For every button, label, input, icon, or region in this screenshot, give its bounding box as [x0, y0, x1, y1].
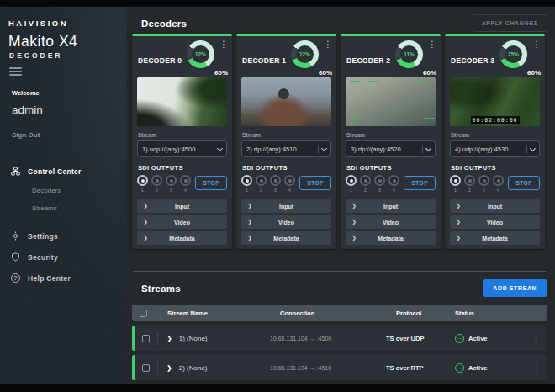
stream-select-value: 4) udp://(any):4530 [455, 146, 525, 153]
sidebar-item-label: Security [28, 253, 58, 262]
sdi-output-toggle-3[interactable]: 3 [478, 175, 489, 193]
stop-button[interactable]: STOP [508, 176, 540, 190]
row-checkbox[interactable] [142, 335, 150, 342]
stream-select[interactable]: 3) rtp://(any):4520 [346, 140, 436, 157]
chevron-right-icon: ❯ [352, 235, 357, 241]
kebab-menu-icon[interactable]: ⋮ [532, 363, 547, 372]
kebab-menu-icon[interactable]: ⋮ [428, 40, 436, 49]
kebab-menu-icon[interactable]: ⋮ [532, 334, 547, 342]
apply-changes-button[interactable]: APPLY CHANGES [473, 14, 547, 32]
decoder-name: DECODER 0 [138, 56, 182, 65]
sdi-output-toggle-1[interactable]: 1 [137, 175, 148, 193]
buffer-percentage: 60% [319, 69, 332, 77]
kebab-menu-icon[interactable]: ⋮ [532, 40, 541, 49]
decoder-card-2: DECODER 2 ⋮ 11% 60% Stream 3) rtp://(any… [341, 34, 441, 249]
chevron-down-icon [530, 145, 536, 151]
chevron-right-icon: ❯ [456, 219, 461, 225]
column-protocol: Protocol [386, 310, 455, 317]
buffer-percentage: 60% [527, 69, 541, 77]
sdi-output-toggle-2[interactable]: 2 [256, 175, 267, 193]
sdi-outputs-label: SDI OUTPUTS [451, 164, 540, 172]
video-preview: 00:02:00:00 [450, 77, 540, 126]
stream-select[interactable]: 4) udp://(any):4530 [450, 140, 540, 157]
sidebar-item-control-center[interactable]: Control Center [0, 161, 126, 182]
sidebar-item-decoders[interactable]: Decoders [0, 182, 126, 199]
status-badge: Active [468, 364, 488, 372]
add-stream-button[interactable]: ADD STREAM [483, 279, 547, 297]
shield-icon [11, 252, 20, 262]
input-accordion[interactable]: ❯Input [241, 199, 331, 213]
load-gauge: 12% [291, 40, 319, 68]
load-gauge: 11% [395, 40, 423, 68]
help-icon: ? [11, 273, 20, 283]
stream-select[interactable]: 2) rtp://(any):4510 [241, 140, 331, 157]
sdi-output-toggle-1[interactable]: 1 [241, 175, 252, 193]
sdi-output-toggle-2[interactable]: 2 [151, 175, 162, 193]
kebab-menu-icon[interactable]: ⋮ [324, 40, 332, 49]
stop-button[interactable]: STOP [299, 176, 331, 190]
buffer-percentage: 60% [214, 69, 228, 77]
load-percentage: 12% [187, 40, 214, 68]
sdi-outputs-label: SDI OUTPUTS [138, 164, 227, 172]
sdi-output-toggle-3[interactable]: 3 [374, 175, 385, 193]
video-accordion[interactable]: ❯Video [450, 215, 540, 229]
expand-chevron-icon[interactable]: ❯ [166, 335, 172, 342]
sidebar: HAIVISION Makito X4 DECODER Welcome admi… [0, 7, 126, 384]
kebab-menu-icon[interactable]: ⋮ [219, 40, 228, 49]
chevron-right-icon: ❯ [143, 203, 148, 209]
status-badge: Active [468, 335, 488, 342]
product-name: Makito X4 [8, 33, 126, 50]
chevron-right-icon: ❯ [143, 235, 148, 241]
stream-select-value: 3) rtp://(any):4520 [351, 146, 420, 153]
stream-select-value: 2) rtp://(any):4510 [246, 146, 316, 153]
stream-protocol: TS over UDP [386, 335, 455, 342]
expand-chevron-icon[interactable]: ❯ [166, 364, 172, 372]
stream-label: Stream [242, 132, 331, 138]
timecode-overlay: 00:02:00:00 [470, 116, 519, 124]
select-all-checkbox[interactable] [140, 310, 147, 317]
sdi-output-toggle-4[interactable]: 4 [284, 175, 295, 193]
sdi-output-toggle-3[interactable]: 3 [270, 175, 281, 193]
video-accordion[interactable]: ❯Video [346, 215, 436, 229]
sdi-output-toggle-1[interactable]: 1 [346, 175, 357, 193]
sdi-output-toggle-3[interactable]: 3 [166, 175, 177, 193]
sidebar-divider [8, 124, 106, 124]
input-accordion[interactable]: ❯Input [450, 199, 540, 213]
stream-select-value: 1) udp://(any):4500 [142, 146, 212, 153]
decoder-cards: DECODER 0 ⋮ 12% 60% Stream 1) udp://(any… [132, 34, 547, 249]
sidebar-item-settings[interactable]: Settings [0, 225, 126, 246]
decoder-card-3: DECODER 3 ⋮ 25% 60% 00:02:00:00 Stream 4… [445, 34, 545, 249]
input-accordion[interactable]: ❯Input [137, 199, 227, 213]
hamburger-menu-icon[interactable] [9, 67, 22, 76]
sign-out-link[interactable]: Sign Out [12, 131, 126, 139]
stream-row-2: ❯2) (None) 10.65.131.104 → :4510 TS over… [132, 355, 547, 380]
sdi-output-toggle-4[interactable]: 4 [180, 175, 191, 193]
stream-label: Stream [138, 132, 227, 138]
sdi-output-toggle-2[interactable]: 2 [464, 175, 475, 193]
video-accordion[interactable]: ❯Video [241, 215, 331, 229]
streams-title: Streams [141, 283, 181, 294]
sdi-output-toggle-1[interactable]: 1 [450, 175, 461, 193]
column-status: Status [455, 310, 532, 317]
video-accordion[interactable]: ❯Video [137, 215, 227, 229]
sdi-output-toggle-4[interactable]: 4 [493, 175, 504, 193]
decoder-name: DECODER 1 [242, 56, 286, 65]
input-accordion[interactable]: ❯Input [346, 199, 436, 213]
metadata-accordion[interactable]: ❯Metadata [450, 231, 540, 245]
stream-select[interactable]: 1) udp://(any):4500 [137, 140, 227, 157]
metadata-accordion[interactable]: ❯Metadata [241, 231, 331, 245]
stop-button[interactable]: STOP [195, 176, 227, 190]
column-connection: Connection [270, 310, 386, 317]
sdi-output-toggle-2[interactable]: 2 [360, 175, 371, 193]
decoder-card-0: DECODER 0 ⋮ 12% 60% Stream 1) udp://(any… [132, 34, 232, 249]
metadata-accordion[interactable]: ❯Metadata [137, 231, 227, 245]
sdi-output-toggle-4[interactable]: 4 [388, 175, 399, 193]
sidebar-item-help-center[interactable]: ? Help Center [0, 268, 126, 289]
bottom-frame-bar [0, 384, 555, 392]
sidebar-item-security[interactable]: Security [0, 246, 126, 268]
row-checkbox[interactable] [142, 364, 150, 372]
metadata-accordion[interactable]: ❯Metadata [346, 231, 436, 245]
chevron-right-icon: ❯ [456, 235, 461, 241]
sidebar-item-streams[interactable]: Streams [0, 199, 126, 217]
stop-button[interactable]: STOP [404, 176, 436, 190]
